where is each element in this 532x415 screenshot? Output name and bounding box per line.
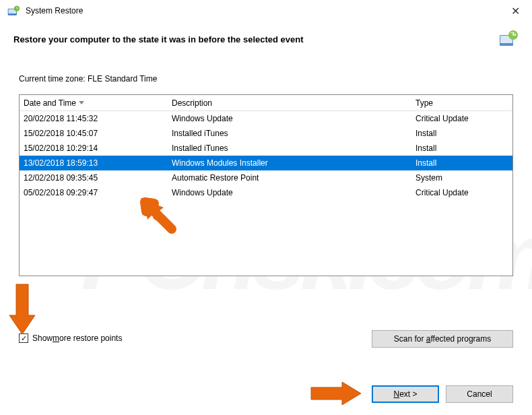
system-restore-icon — [7, 5, 20, 17]
dialog-footer: Next > Cancel — [372, 385, 513, 403]
cell-datetime: 05/02/2018 09:29:47 — [20, 188, 168, 197]
scan-label-part2: ffected programs — [430, 334, 491, 344]
window-title: System Restore — [26, 6, 505, 15]
table-body: 20/02/2018 11:45:32Windows UpdateCritica… — [20, 111, 512, 200]
header-row: Restore your computer to the state it wa… — [0, 22, 532, 54]
cell-description: Windows Modules Installer — [168, 158, 411, 168]
table-header: Date and Time Description Type — [20, 95, 512, 111]
cell-datetime: 13/02/2018 18:59:13 — [20, 158, 168, 168]
close-button[interactable]: ✕ — [505, 3, 525, 18]
titlebar: System Restore ✕ — [0, 0, 532, 22]
restore-points-table: Date and Time Description Type 20/02/201… — [19, 94, 513, 276]
cell-description: Windows Update — [168, 188, 411, 197]
restore-computer-icon — [497, 30, 519, 49]
column-header-datetime[interactable]: Date and Time — [20, 98, 168, 108]
cell-type: Install — [411, 129, 512, 138]
cell-datetime: 15/02/2018 10:29:14 — [20, 143, 168, 153]
cell-type: System — [411, 173, 512, 183]
cancel-button[interactable]: Cancel — [446, 385, 513, 403]
cell-description: Automatic Restore Point — [168, 173, 411, 183]
cell-type: Critical Update — [411, 114, 512, 123]
table-row[interactable]: 05/02/2018 09:29:47Windows UpdateCritica… — [20, 185, 512, 200]
scan-label-part1: Scan for — [394, 334, 426, 344]
cell-type: Install — [411, 143, 512, 153]
svg-marker-7 — [9, 284, 35, 334]
checkbox-label-part1: Show — [32, 333, 53, 343]
svg-marker-8 — [311, 382, 361, 405]
show-more-restore-points-checkbox[interactable]: ✓ Show more restore points — [19, 333, 122, 343]
annotation-arrow-checkbox — [5, 282, 39, 336]
table-row[interactable]: 15/02/2018 10:29:14Installed iTunesInsta… — [20, 141, 512, 156]
page-heading: Restore your computer to the state it wa… — [13, 34, 497, 44]
column-header-description[interactable]: Description — [168, 98, 411, 108]
checkbox-label-part2: ore restore points — [59, 333, 122, 343]
next-label-accel: N — [393, 389, 399, 399]
table-row[interactable]: 13/02/2018 18:59:13Windows Modules Insta… — [20, 156, 512, 170]
table-row[interactable]: 12/02/2018 09:35:45Automatic Restore Poi… — [20, 170, 512, 185]
next-button[interactable]: Next > — [372, 385, 439, 403]
table-row[interactable]: 20/02/2018 11:45:32Windows UpdateCritica… — [20, 111, 512, 126]
annotation-arrow-next — [308, 379, 362, 408]
timezone-label: Current time zone: FLE Standard Time — [0, 54, 532, 90]
cell-description: Windows Update — [168, 114, 411, 123]
scan-affected-programs-button[interactable]: Scan for affected programs — [372, 330, 513, 348]
table-row[interactable]: 15/02/2018 10:45:07Installed iTunesInsta… — [20, 126, 512, 141]
column-header-type[interactable]: Type — [411, 98, 512, 108]
cell-type: Critical Update — [411, 188, 512, 197]
cell-datetime: 20/02/2018 11:45:32 — [20, 114, 168, 123]
next-label-rest: ext > — [399, 389, 417, 399]
checkbox-icon: ✓ — [19, 333, 28, 343]
sort-descending-icon — [79, 101, 84, 104]
cell-datetime: 12/02/2018 09:35:45 — [20, 173, 168, 183]
cell-type: Install — [411, 158, 512, 168]
checkbox-label-accel: m — [53, 333, 59, 343]
cell-description: Installed iTunes — [168, 129, 411, 138]
cell-datetime: 15/02/2018 10:45:07 — [20, 129, 168, 138]
column-header-datetime-label: Date and Time — [24, 98, 76, 108]
cell-description: Installed iTunes — [168, 143, 411, 153]
